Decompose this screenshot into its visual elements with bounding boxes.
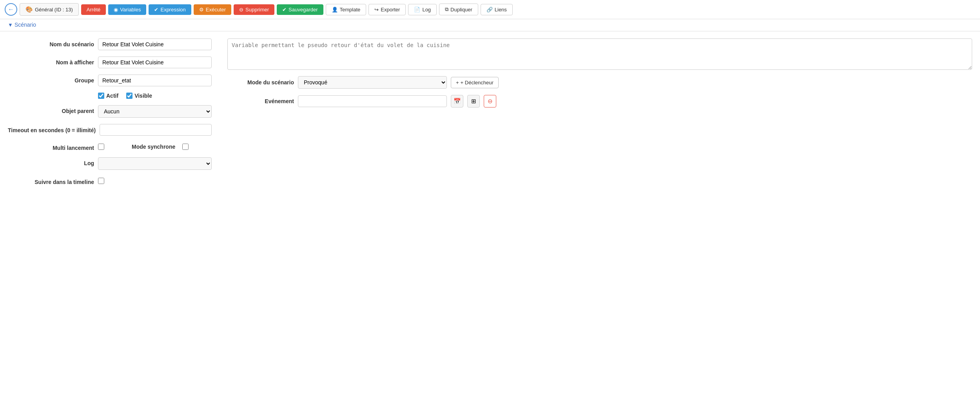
executer-icon: ⚙ bbox=[199, 7, 204, 13]
visible-checkbox-label[interactable]: Visible bbox=[126, 93, 152, 99]
mode-synchrone-label: Mode synchrone bbox=[132, 144, 175, 150]
clear-icon: ⊖ bbox=[488, 98, 493, 105]
description-textarea[interactable] bbox=[227, 38, 972, 70]
divider bbox=[0, 31, 980, 31]
grid-icon: ⊞ bbox=[471, 98, 476, 105]
declencheur-label: + Déclencheur bbox=[461, 80, 494, 86]
log-select[interactable] bbox=[98, 157, 212, 170]
supprimer-icon: ⊖ bbox=[239, 7, 243, 13]
log-button[interactable]: 📄 Log bbox=[408, 4, 437, 15]
actif-label: Actif bbox=[106, 93, 118, 99]
evenement-calendar-button[interactable]: 📅 bbox=[451, 95, 463, 107]
template-label: Template bbox=[340, 7, 361, 13]
log-row: Log bbox=[8, 157, 212, 170]
evenement-input[interactable] bbox=[298, 95, 447, 107]
nom-scenario-row: Nom du scénario bbox=[8, 38, 212, 50]
variables-label: Variables bbox=[120, 7, 141, 13]
mode-scenario-select[interactable]: Provoqué Programmé Déclenché bbox=[298, 76, 447, 89]
scenario-label: Scénario bbox=[15, 22, 36, 28]
mode-synchrone-checkbox[interactable] bbox=[182, 144, 189, 150]
template-button[interactable]: 👤 Template bbox=[326, 4, 367, 15]
supprimer-button[interactable]: ⊖ Supprimer bbox=[234, 4, 274, 15]
multi-lancement-checkbox[interactable] bbox=[98, 144, 104, 150]
groupe-label: Groupe bbox=[8, 75, 94, 84]
nom-afficher-row: Nom à afficher bbox=[8, 56, 212, 68]
declencheur-button[interactable]: + + Déclencheur bbox=[451, 77, 499, 88]
nom-afficher-label: Nom à afficher bbox=[8, 56, 94, 66]
visible-label: Visible bbox=[134, 93, 152, 99]
objet-parent-label: Objet parent bbox=[8, 105, 94, 114]
calendar-icon: 📅 bbox=[454, 98, 461, 105]
evenement-row: Evénement 📅 ⊞ ⊖ bbox=[227, 95, 972, 107]
dupliquer-button[interactable]: ⧉ Dupliquer bbox=[439, 4, 478, 15]
sauvegarder-label: Sauvegarder bbox=[289, 7, 318, 13]
log-field-label: Log bbox=[8, 157, 94, 166]
left-panel: Nom du scénario Nom à afficher Groupe Ac… bbox=[8, 38, 212, 191]
arrete-button[interactable]: Arrêté bbox=[81, 4, 106, 15]
evenement-grid-button[interactable]: ⊞ bbox=[467, 95, 480, 107]
log-icon: 📄 bbox=[414, 7, 420, 13]
log-label: Log bbox=[422, 7, 431, 13]
exporter-label: Exporter bbox=[381, 7, 400, 13]
back-button[interactable]: ← bbox=[5, 3, 17, 16]
actif-checkbox-label[interactable]: Actif bbox=[98, 93, 118, 99]
right-panel: Mode du scénario Provoqué Programmé Décl… bbox=[227, 38, 972, 191]
exporter-button[interactable]: ↪ Exporter bbox=[368, 4, 406, 15]
timeout-label: Timeout en secondes (0 = illimité) bbox=[8, 124, 96, 134]
liens-label: Liens bbox=[495, 7, 507, 13]
variables-icon: ◉ bbox=[114, 7, 118, 13]
main-content: Nom du scénario Nom à afficher Groupe Ac… bbox=[0, 35, 980, 195]
liens-icon: 🔗 bbox=[486, 7, 493, 13]
back-icon: ← bbox=[8, 6, 14, 13]
evenement-label: Evénement bbox=[227, 98, 294, 104]
visible-checkbox[interactable] bbox=[126, 93, 132, 99]
sauvegarder-button[interactable]: ✔ Sauvegarder bbox=[277, 4, 323, 15]
supprimer-label: Supprimer bbox=[245, 7, 269, 13]
general-tab[interactable]: 🎨 Général (ID : 13) bbox=[20, 3, 79, 16]
timeout-input[interactable] bbox=[100, 124, 212, 136]
expression-button[interactable]: ✔ Expression bbox=[149, 4, 191, 15]
exporter-icon: ↪ bbox=[374, 7, 379, 13]
groupe-row: Groupe bbox=[8, 75, 212, 86]
palette-icon: 🎨 bbox=[25, 6, 33, 13]
expression-icon: ✔ bbox=[154, 7, 158, 13]
suivre-timeline-label: Suivre dans la timeline bbox=[8, 176, 94, 185]
executer-button[interactable]: ⚙ Exécuter bbox=[194, 4, 231, 15]
mode-scenario-row: Mode du scénario Provoqué Programmé Décl… bbox=[227, 76, 972, 89]
plus-icon: + bbox=[456, 80, 459, 86]
sauvegarder-icon: ✔ bbox=[282, 7, 287, 13]
suivre-timeline-row: Suivre dans la timeline bbox=[8, 176, 212, 185]
expression-label: Expression bbox=[160, 7, 185, 13]
timeout-row: Timeout en secondes (0 = illimité) bbox=[8, 124, 212, 136]
liens-button[interactable]: 🔗 Liens bbox=[481, 4, 513, 15]
nom-afficher-input[interactable] bbox=[98, 56, 212, 68]
dupliquer-icon: ⧉ bbox=[445, 6, 448, 13]
filter-icon: ▼ bbox=[8, 22, 13, 28]
evenement-clear-button[interactable]: ⊖ bbox=[484, 95, 496, 107]
dupliquer-label: Dupliquer bbox=[450, 7, 472, 13]
template-icon: 👤 bbox=[332, 7, 338, 13]
groupe-input[interactable] bbox=[98, 75, 212, 86]
objet-parent-select[interactable]: Aucun bbox=[98, 105, 212, 118]
scenario-subtitle: ▼ Scénario bbox=[0, 19, 980, 28]
mode-scenario-label: Mode du scénario bbox=[227, 79, 294, 86]
nom-scenario-input[interactable] bbox=[98, 38, 212, 50]
arrete-label: Arrêté bbox=[87, 7, 100, 13]
actif-checkbox[interactable] bbox=[98, 93, 104, 99]
multi-lancement-label: Multi lancement bbox=[8, 142, 94, 151]
suivre-timeline-checkbox[interactable] bbox=[98, 178, 104, 184]
actif-visible-row: Actif Visible bbox=[8, 93, 212, 99]
multi-sync-row: Multi lancement Mode synchrone bbox=[8, 142, 212, 151]
nom-scenario-label: Nom du scénario bbox=[8, 38, 94, 47]
variables-button[interactable]: ◉ Variables bbox=[108, 4, 146, 15]
tab-label: Général (ID : 13) bbox=[35, 7, 73, 13]
top-bar: ← 🎨 Général (ID : 13) Arrêté ◉ Variables… bbox=[0, 0, 980, 19]
executer-label: Exécuter bbox=[206, 7, 226, 13]
objet-parent-row: Objet parent Aucun bbox=[8, 105, 212, 118]
